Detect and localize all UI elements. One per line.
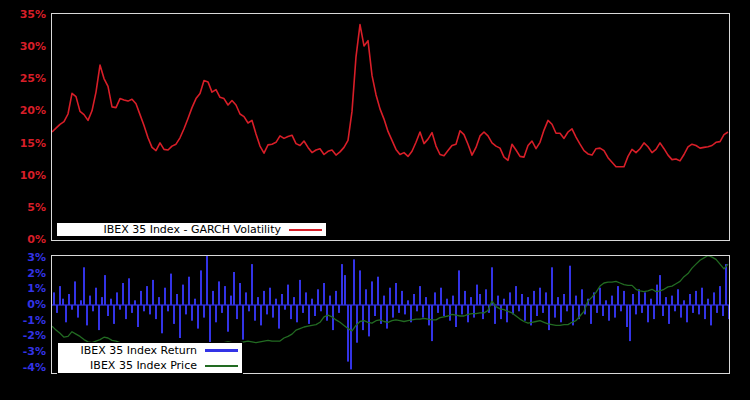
- return-price-legend: IBEX 35 Index Return IBEX 35 Index Price: [57, 342, 243, 374]
- legend-row: IBEX 35 Index Price: [58, 358, 242, 373]
- y-axis-tick-label: 30%: [0, 40, 46, 54]
- legend-label-garch-volatility: IBEX 35 Index - GARCH Volatility: [103, 223, 281, 236]
- y-axis-tick-label: 35%: [0, 8, 46, 22]
- legend-row: IBEX 35 Index Return: [58, 343, 242, 358]
- legend-label-index-price: IBEX 35 Index Price: [90, 359, 197, 372]
- y-axis-tick-label: -3%: [0, 345, 46, 359]
- y-axis-tick-label: 2%: [0, 267, 46, 281]
- chart-canvas: 35%30%25%20%15%10%5%0% IBEX 35 Index - G…: [0, 0, 750, 400]
- y-axis-tick-label: 0%: [0, 233, 46, 247]
- y-axis-tick-label: 5%: [0, 201, 46, 215]
- green-line-sample-icon: [205, 365, 238, 367]
- volatility-line-svg: [52, 14, 729, 240]
- y-axis-tick-label: 3%: [0, 251, 46, 265]
- y-axis-tick-label: 25%: [0, 72, 46, 86]
- y-axis-tick-label: 0%: [0, 298, 46, 312]
- y-axis-tick-label: 20%: [0, 104, 46, 118]
- y-axis-tick-label: 1%: [0, 282, 46, 296]
- y-axis-tick-label: -2%: [0, 329, 46, 343]
- legend-label-index-return: IBEX 35 Index Return: [80, 344, 197, 357]
- volatility-legend: IBEX 35 Index - GARCH Volatility: [56, 222, 327, 237]
- y-axis-tick-label: -1%: [0, 314, 46, 328]
- y-axis-tick-label: 10%: [0, 169, 46, 183]
- y-axis-tick-label: -4%: [0, 361, 46, 375]
- y-axis-tick-label: 15%: [0, 137, 46, 151]
- blue-line-sample-icon: [205, 349, 238, 352]
- volatility-plot-area: [51, 13, 730, 241]
- legend-row: IBEX 35 Index - GARCH Volatility: [57, 223, 326, 236]
- red-line-sample-icon: [289, 229, 322, 231]
